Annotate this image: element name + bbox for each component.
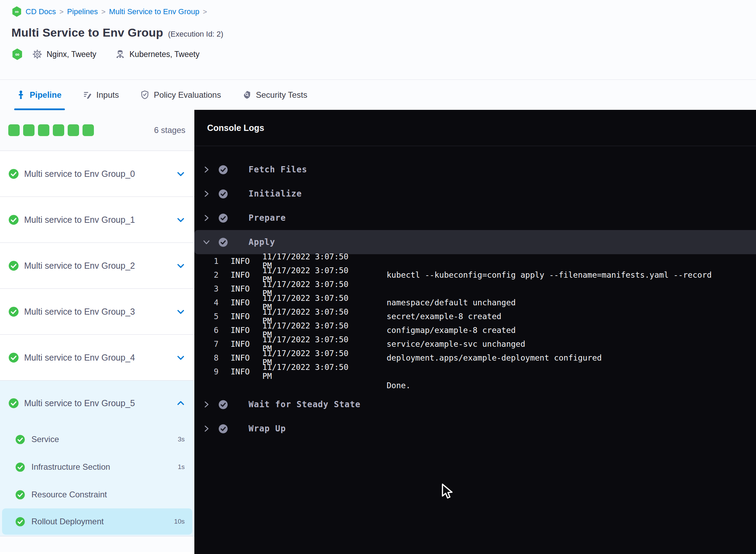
log-line-number: 2 [194,270,219,279]
log-level: INFO [231,270,250,279]
breadcrumb-cd-docs[interactable]: CD Docs [26,7,56,16]
stage-square [53,124,64,136]
success-check-icon [8,260,19,271]
success-check-icon [8,306,19,317]
chevron-down-icon[interactable] [176,261,185,270]
stage-square [23,124,35,136]
log-section-label: Fetch Files [249,165,307,174]
step-row-resource-constraint[interactable]: Resource Constraint [0,481,194,508]
log-line-done: Done. [194,379,756,392]
environments-label: Kubernetes, Tweety [129,50,200,59]
log-line-number: 1 [194,257,219,266]
chevron-down-icon[interactable] [176,215,185,225]
step-row-infrastructure[interactable]: Infrastructure Section 1s [0,453,194,481]
log-line-number: 5 [194,312,219,321]
chevron-down-icon[interactable] [176,353,185,362]
chevron-up-icon[interactable] [176,399,185,408]
chevron-right-icon[interactable] [203,401,210,408]
svg-text:∞: ∞ [15,51,19,58]
log-section-label: Wait for Steady State [249,400,360,409]
step-duration: 1s [178,463,185,471]
breadcrumb-pipelines[interactable]: Pipelines [67,7,98,16]
breadcrumb: ∞ CD Docs > Pipelines > Multi Service to… [11,0,756,17]
step-success-badge-icon [218,164,229,175]
stage-row-4[interactable]: Multi service to Env Group_4 [0,335,194,381]
step-row-service[interactable]: Service 3s [0,426,194,453]
stage-group-expanded: Multi service to Env Group_5 Service 3s … [0,381,194,536]
console-body: Fetch Files Initialize Prepare Apply [194,146,756,441]
breadcrumb-pipeline-name[interactable]: Multi Service to Env Group [109,7,200,16]
stage-count-label: 6 stages [154,125,185,135]
cd-module-icon: ∞ [11,6,22,17]
stage-row-5[interactable]: Multi service to Env Group_5 [0,381,194,426]
step-success-badge-icon [218,399,229,410]
tab-security-tests[interactable]: Security Tests [242,80,307,110]
step-label: Resource Constraint [31,490,107,499]
log-level: INFO [231,257,250,266]
console-logs-panel: Console Logs Fetch Files Initialize Prep… [194,110,756,554]
inputs-icon [83,90,92,99]
tab-inputs[interactable]: Inputs [83,80,119,110]
pipeline-execution-page: ∞ CD Docs > Pipelines > Multi Service to… [0,0,756,554]
breadcrumb-separator: > [203,8,207,16]
step-label: Service [31,434,59,444]
log-message: kubectl --kubeconfig=config apply --file… [387,270,712,279]
chevron-right-icon[interactable] [203,214,210,222]
tab-policy-evaluations-label: Policy Evaluations [154,90,221,100]
policy-shield-icon [140,90,149,99]
chevron-right-icon[interactable] [203,190,210,198]
stage-row-2[interactable]: Multi service to Env Group_2 [0,243,194,289]
log-message: secret/example-8 created [387,312,501,321]
log-section-initialize[interactable]: Initialize [194,182,756,206]
log-section-wait-for-steady-state[interactable]: Wait for Steady State [194,392,756,417]
stage-row-1[interactable]: Multi service to Env Group_1 [0,197,194,243]
services-row: ∞ Nginx, Tweety Kubernetes, Tweety [11,48,756,60]
tab-inputs-label: Inputs [96,90,119,100]
log-line-number: 8 [194,353,219,362]
log-section-fetch-files[interactable]: Fetch Files [194,157,756,182]
step-success-badge-icon [218,237,229,248]
breadcrumb-separator: > [101,8,106,16]
log-level: INFO [231,326,250,335]
stage-row-3[interactable]: Multi service to Env Group_3 [0,289,194,335]
title-row: Multi Service to Env Group (Execution Id… [11,26,756,39]
stage-label: Multi service to Env Group_0 [24,169,135,179]
sidebar-filler [0,536,194,552]
log-section-apply[interactable]: Apply [194,230,756,254]
success-check-icon [8,352,19,363]
chevron-down-icon[interactable] [203,238,210,246]
stage-square [83,124,94,136]
tab-pipeline[interactable]: Pipeline [16,80,61,110]
log-section-prepare[interactable]: Prepare [194,206,756,230]
services-label: Nginx, Tweety [47,50,96,59]
success-check-icon [15,462,25,472]
chevron-down-icon[interactable] [176,169,185,179]
log-section-label: Apply [249,237,275,247]
success-check-icon [15,517,25,527]
stage-label: Multi service to Env Group_4 [24,353,135,363]
stage-label: Multi service to Env Group_1 [24,215,135,225]
console-logs-title: Console Logs [207,123,264,133]
step-row-rollout-deployment[interactable]: Rollout Deployment 10s [2,508,192,535]
chevron-right-icon[interactable] [203,166,210,173]
log-message: namespace/default unchanged [387,298,516,307]
log-level: INFO [231,367,250,376]
step-duration: 3s [178,436,185,443]
execution-id: (Execution Id: 2) [168,30,223,39]
tab-policy-evaluations[interactable]: Policy Evaluations [140,80,221,110]
success-check-icon [8,398,19,409]
log-level: INFO [231,284,250,293]
stage-row-0[interactable]: Multi service to Env Group_0 [0,151,194,197]
log-message: service/example-svc unchanged [387,340,525,348]
log-message: configmap/example-8 created [387,326,516,335]
log-line-number: 7 [194,340,219,348]
stages-summary: 6 stages [0,110,194,151]
stage-status-squares [8,124,94,136]
log-section-wrap-up[interactable]: Wrap Up [194,417,756,441]
svg-text:∞: ∞ [15,9,19,15]
log-line-number: 4 [194,298,219,307]
chevron-right-icon[interactable] [203,425,210,432]
console-header: Console Logs [194,110,756,146]
chevron-down-icon[interactable] [176,307,185,316]
stages-sidebar: 6 stages Multi service to Env Group_0 Mu… [0,110,194,554]
